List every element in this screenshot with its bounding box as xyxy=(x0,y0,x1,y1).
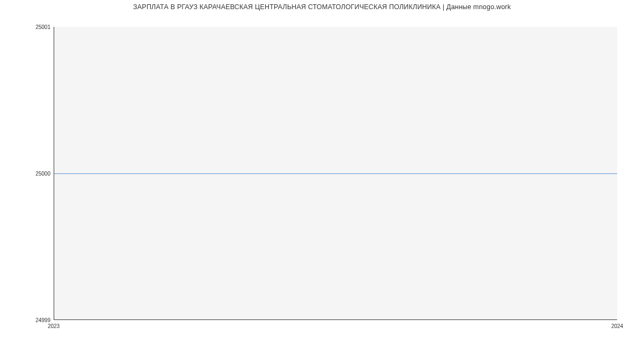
series-line xyxy=(54,173,617,174)
x-tick-label: 2023 xyxy=(48,323,60,329)
y-tick-label: 25001 xyxy=(35,24,50,30)
x-tick-label: 2024 xyxy=(611,323,623,329)
y-tick-label: 24999 xyxy=(35,317,50,323)
y-tick-label: 25000 xyxy=(35,171,50,177)
chart-title: ЗАРПЛАТА В РГАУЗ КАРАЧАЕВСКАЯ ЦЕНТРАЛЬНА… xyxy=(0,3,644,11)
plot-area xyxy=(54,27,617,320)
